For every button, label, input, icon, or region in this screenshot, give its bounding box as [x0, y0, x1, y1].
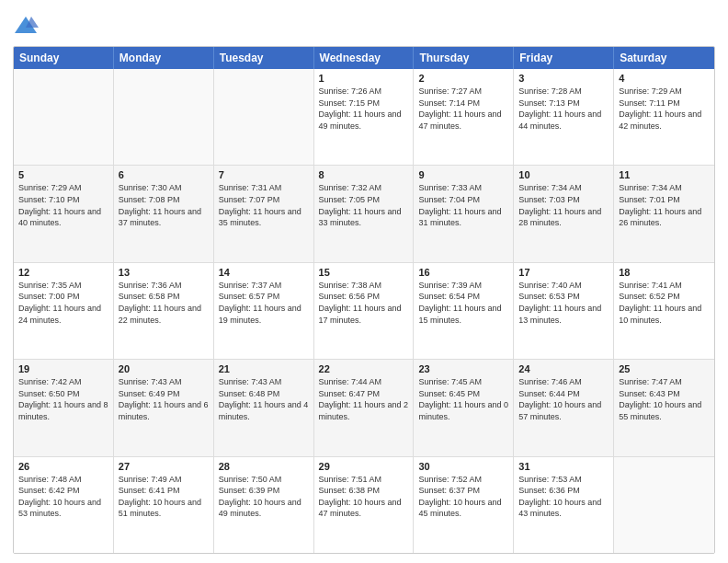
page-container: SundayMondayTuesdayWednesdayThursdayFrid… — [0, 0, 728, 563]
calendar-cell-31: 31Sunrise: 7:53 AM Sunset: 6:36 PM Dayli… — [514, 457, 614, 553]
cell-details: Sunrise: 7:50 AM Sunset: 6:39 PM Dayligh… — [219, 474, 309, 520]
day-number: 6 — [119, 169, 209, 180]
calendar-header: SundayMondayTuesdayWednesdayThursdayFrid… — [14, 47, 714, 69]
calendar-cell-8: 8Sunrise: 7:32 AM Sunset: 7:05 PM Daylig… — [314, 166, 415, 261]
cell-details: Sunrise: 7:51 AM Sunset: 6:38 PM Dayligh… — [319, 474, 409, 520]
calendar-cell-12: 12Sunrise: 7:35 AM Sunset: 7:00 PM Dayli… — [14, 263, 114, 359]
calendar-cell-15: 15Sunrise: 7:38 AM Sunset: 6:56 PM Dayli… — [314, 263, 415, 359]
day-number: 11 — [619, 169, 710, 180]
day-number: 29 — [319, 461, 409, 472]
calendar-cell-10: 10Sunrise: 7:34 AM Sunset: 7:03 PM Dayli… — [514, 166, 614, 261]
calendar-cell-4: 4Sunrise: 7:29 AM Sunset: 7:11 PM Daylig… — [614, 69, 714, 165]
header-day-wednesday: Wednesday — [314, 47, 415, 69]
calendar-cell-1: 1Sunrise: 7:26 AM Sunset: 7:15 PM Daylig… — [314, 69, 415, 165]
cell-details: Sunrise: 7:36 AM Sunset: 6:58 PM Dayligh… — [119, 280, 209, 326]
calendar-cell-5: 5Sunrise: 7:29 AM Sunset: 7:10 PM Daylig… — [14, 166, 114, 261]
day-number: 5 — [18, 169, 108, 180]
page-header — [13, 9, 715, 39]
day-number: 23 — [418, 363, 508, 374]
calendar-cell-19: 19Sunrise: 7:42 AM Sunset: 6:50 PM Dayli… — [14, 360, 114, 455]
day-number: 12 — [18, 267, 108, 278]
logo-icon — [13, 13, 39, 39]
calendar-body: 1Sunrise: 7:26 AM Sunset: 7:15 PM Daylig… — [14, 69, 714, 553]
calendar-cell-16: 16Sunrise: 7:39 AM Sunset: 6:54 PM Dayli… — [414, 263, 514, 359]
cell-details: Sunrise: 7:47 AM Sunset: 6:43 PM Dayligh… — [619, 376, 710, 422]
day-number: 26 — [18, 461, 108, 472]
cell-details: Sunrise: 7:30 AM Sunset: 7:08 PM Dayligh… — [119, 182, 209, 228]
calendar-cell-20: 20Sunrise: 7:43 AM Sunset: 6:49 PM Dayli… — [114, 360, 214, 455]
cell-details: Sunrise: 7:40 AM Sunset: 6:53 PM Dayligh… — [518, 280, 609, 326]
cell-details: Sunrise: 7:29 AM Sunset: 7:10 PM Dayligh… — [18, 182, 108, 228]
calendar-cell-empty — [14, 69, 114, 165]
cell-details: Sunrise: 7:34 AM Sunset: 7:01 PM Dayligh… — [619, 182, 710, 228]
day-number: 28 — [219, 461, 309, 472]
day-number: 21 — [219, 363, 309, 374]
cell-details: Sunrise: 7:28 AM Sunset: 7:13 PM Dayligh… — [518, 86, 609, 132]
day-number: 15 — [319, 267, 409, 278]
cell-details: Sunrise: 7:32 AM Sunset: 7:05 PM Dayligh… — [319, 182, 409, 228]
day-number: 10 — [518, 169, 609, 180]
day-number: 13 — [119, 267, 209, 278]
calendar-row-0: 1Sunrise: 7:26 AM Sunset: 7:15 PM Daylig… — [14, 69, 714, 166]
day-number: 7 — [219, 169, 309, 180]
day-number: 2 — [418, 73, 508, 84]
day-number: 20 — [119, 363, 209, 374]
calendar-cell-28: 28Sunrise: 7:50 AM Sunset: 6:39 PM Dayli… — [214, 457, 314, 553]
day-number: 4 — [619, 73, 710, 84]
cell-details: Sunrise: 7:45 AM Sunset: 6:45 PM Dayligh… — [418, 376, 508, 422]
cell-details: Sunrise: 7:27 AM Sunset: 7:14 PM Dayligh… — [418, 86, 508, 132]
cell-details: Sunrise: 7:44 AM Sunset: 6:47 PM Dayligh… — [319, 376, 409, 422]
day-number: 16 — [418, 267, 508, 278]
calendar-cell-11: 11Sunrise: 7:34 AM Sunset: 7:01 PM Dayli… — [614, 166, 714, 261]
cell-details: Sunrise: 7:29 AM Sunset: 7:11 PM Dayligh… — [619, 86, 710, 132]
cell-details: Sunrise: 7:34 AM Sunset: 7:03 PM Dayligh… — [518, 182, 609, 228]
calendar-cell-13: 13Sunrise: 7:36 AM Sunset: 6:58 PM Dayli… — [114, 263, 214, 359]
cell-details: Sunrise: 7:35 AM Sunset: 7:00 PM Dayligh… — [18, 280, 108, 326]
day-number: 30 — [418, 461, 508, 472]
day-number: 1 — [319, 73, 409, 84]
cell-details: Sunrise: 7:39 AM Sunset: 6:54 PM Dayligh… — [418, 280, 508, 326]
cell-details: Sunrise: 7:41 AM Sunset: 6:52 PM Dayligh… — [619, 280, 710, 326]
day-number: 14 — [219, 267, 309, 278]
day-number: 27 — [119, 461, 209, 472]
day-number: 9 — [418, 169, 508, 180]
calendar-row-4: 26Sunrise: 7:48 AM Sunset: 6:42 PM Dayli… — [14, 457, 714, 553]
cell-details: Sunrise: 7:43 AM Sunset: 6:49 PM Dayligh… — [119, 376, 209, 422]
header-day-tuesday: Tuesday — [214, 47, 314, 69]
calendar-cell-21: 21Sunrise: 7:43 AM Sunset: 6:48 PM Dayli… — [214, 360, 314, 455]
calendar-cell-empty — [114, 69, 214, 165]
day-number: 8 — [319, 169, 409, 180]
calendar-cell-30: 30Sunrise: 7:52 AM Sunset: 6:37 PM Dayli… — [414, 457, 514, 553]
calendar-cell-7: 7Sunrise: 7:31 AM Sunset: 7:07 PM Daylig… — [214, 166, 314, 261]
calendar-cell-22: 22Sunrise: 7:44 AM Sunset: 6:47 PM Dayli… — [314, 360, 415, 455]
calendar-cell-27: 27Sunrise: 7:49 AM Sunset: 6:41 PM Dayli… — [114, 457, 214, 553]
cell-details: Sunrise: 7:43 AM Sunset: 6:48 PM Dayligh… — [219, 376, 309, 422]
cell-details: Sunrise: 7:33 AM Sunset: 7:04 PM Dayligh… — [418, 182, 508, 228]
day-number: 24 — [518, 363, 609, 374]
cell-details: Sunrise: 7:38 AM Sunset: 6:56 PM Dayligh… — [319, 280, 409, 326]
calendar-cell-2: 2Sunrise: 7:27 AM Sunset: 7:14 PM Daylig… — [414, 69, 514, 165]
header-day-friday: Friday — [514, 47, 614, 69]
calendar: SundayMondayTuesdayWednesdayThursdayFrid… — [13, 46, 715, 554]
day-number: 19 — [18, 363, 108, 374]
day-number: 17 — [518, 267, 609, 278]
cell-details: Sunrise: 7:37 AM Sunset: 6:57 PM Dayligh… — [219, 280, 309, 326]
cell-details: Sunrise: 7:42 AM Sunset: 6:50 PM Dayligh… — [18, 376, 108, 422]
day-number: 3 — [518, 73, 609, 84]
cell-details: Sunrise: 7:26 AM Sunset: 7:15 PM Dayligh… — [319, 86, 409, 132]
calendar-cell-24: 24Sunrise: 7:46 AM Sunset: 6:44 PM Dayli… — [514, 360, 614, 455]
calendar-cell-17: 17Sunrise: 7:40 AM Sunset: 6:53 PM Dayli… — [514, 263, 614, 359]
header-day-sunday: Sunday — [14, 47, 114, 69]
day-number: 31 — [518, 461, 609, 472]
logo — [13, 13, 42, 39]
day-number: 18 — [619, 267, 710, 278]
cell-details: Sunrise: 7:31 AM Sunset: 7:07 PM Dayligh… — [219, 182, 309, 228]
calendar-cell-14: 14Sunrise: 7:37 AM Sunset: 6:57 PM Dayli… — [214, 263, 314, 359]
cell-details: Sunrise: 7:53 AM Sunset: 6:36 PM Dayligh… — [518, 474, 609, 520]
cell-details: Sunrise: 7:46 AM Sunset: 6:44 PM Dayligh… — [518, 376, 609, 422]
day-number: 25 — [619, 363, 710, 374]
cell-details: Sunrise: 7:48 AM Sunset: 6:42 PM Dayligh… — [18, 474, 108, 520]
calendar-cell-26: 26Sunrise: 7:48 AM Sunset: 6:42 PM Dayli… — [14, 457, 114, 553]
calendar-cell-29: 29Sunrise: 7:51 AM Sunset: 6:38 PM Dayli… — [314, 457, 415, 553]
calendar-cell-6: 6Sunrise: 7:30 AM Sunset: 7:08 PM Daylig… — [114, 166, 214, 261]
